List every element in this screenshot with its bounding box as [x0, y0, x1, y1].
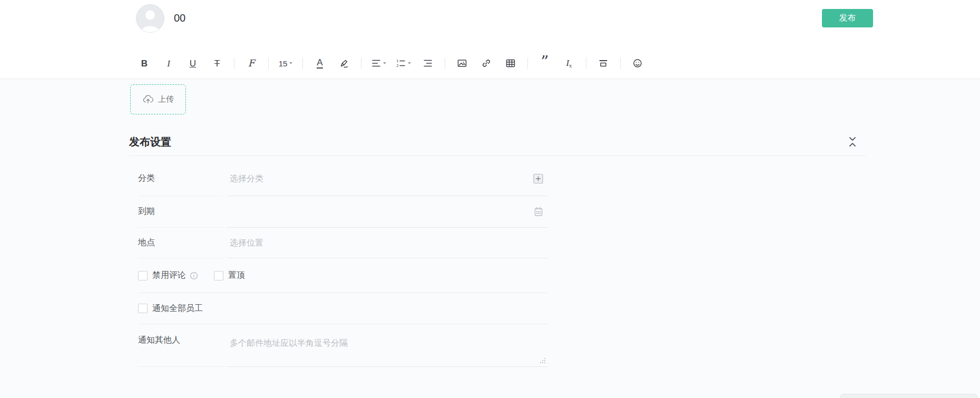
insert-table-icon[interactable] [503, 56, 518, 71]
clear-format-icon[interactable]: Ix [562, 56, 576, 71]
notify-all-checkbox[interactable] [138, 304, 148, 313]
publish-settings-form: 分类 到期 [138, 161, 548, 367]
toolbar-divider [620, 57, 621, 69]
toolbar-divider [361, 57, 361, 69]
disable-comments-group: 禁用评论 [138, 270, 198, 281]
location-label: 地点 [138, 228, 223, 258]
pin-label: 置顶 [228, 270, 245, 281]
upload-label: 上传 [158, 94, 174, 104]
pin-group: 置顶 [214, 270, 245, 281]
disable-comments-checkbox[interactable] [138, 271, 148, 280]
post-title: 00 [174, 12, 185, 24]
publish-button[interactable]: 发布 [822, 9, 873, 27]
ordered-list-dropdown[interactable]: 1 2 [396, 56, 411, 71]
location-row: 地点 [138, 228, 548, 258]
category-input[interactable] [227, 174, 548, 183]
notify-all-group: 通知全部员工 [138, 303, 203, 314]
comment-options-row: 禁用评论 置顶 [138, 258, 548, 293]
post-editor-page: 00 发布 B I U T F 15 A [0, 0, 980, 398]
italic-icon[interactable]: I [161, 56, 176, 71]
toolbar-divider [527, 57, 528, 69]
chevron-down-icon [383, 62, 386, 64]
font-family-icon[interactable]: F [244, 56, 259, 71]
insert-image-icon[interactable] [455, 56, 469, 71]
strikethrough-icon[interactable]: T [210, 56, 224, 71]
notify-others-input[interactable] [227, 324, 548, 366]
calendar-icon[interactable] [533, 206, 544, 218]
collapse-icon[interactable] [848, 134, 857, 149]
category-row: 分类 [138, 161, 548, 196]
publish-settings-title: 发布设置 [129, 135, 171, 149]
pin-checkbox[interactable] [214, 271, 223, 280]
info-icon[interactable] [190, 271, 198, 280]
insert-link-icon[interactable] [479, 56, 494, 71]
corner-widget[interactable] [840, 394, 978, 398]
notify-all-label: 通知全部员工 [152, 303, 203, 314]
toolbar-divider [268, 57, 269, 69]
category-field [227, 161, 548, 196]
upload-button[interactable]: 上传 [130, 84, 186, 114]
toolbar-divider [234, 57, 234, 69]
category-label: 分类 [138, 161, 223, 196]
align-right-icon[interactable] [420, 56, 435, 71]
resize-grip-icon[interactable] [540, 357, 546, 364]
publish-settings-header: 发布设置 [129, 134, 866, 156]
notify-others-label: 通知其他人 [138, 324, 223, 367]
avatar [136, 4, 164, 33]
insert-divider-icon[interactable] [596, 56, 611, 71]
toolbar-divider [302, 57, 303, 69]
expiry-row: 到期 [138, 196, 548, 228]
svg-text:1: 1 [397, 59, 399, 63]
formatting-toolbar: B I U T F 15 A [137, 53, 645, 74]
chevron-down-icon [408, 62, 411, 64]
ordered-list-icon: 1 2 [396, 58, 406, 69]
expiry-field [227, 196, 548, 228]
emoji-icon[interactable] [630, 56, 645, 71]
toolbar-divider [445, 57, 445, 69]
location-field [227, 228, 548, 258]
toolbar-divider [586, 57, 586, 69]
align-left-dropdown[interactable] [371, 56, 386, 71]
expiry-input[interactable] [227, 207, 548, 217]
align-left-icon [371, 58, 381, 69]
underline-icon[interactable]: U [185, 56, 200, 71]
user-placeholder-icon [136, 4, 164, 33]
expiry-label: 到期 [138, 196, 223, 228]
notify-all-row: 通知全部员工 [138, 293, 548, 324]
font-color-icon[interactable]: A [312, 56, 327, 71]
bold-icon[interactable]: B [137, 56, 152, 71]
location-input[interactable] [227, 238, 548, 248]
content-area: 上传 发布设置 分类 [0, 80, 980, 398]
blockquote-icon[interactable]: ” [537, 56, 552, 71]
highlight-pen-icon[interactable] [337, 56, 351, 71]
font-size-value: 15 [279, 59, 288, 68]
svg-text:2: 2 [397, 64, 399, 67]
disable-comments-label: 禁用评论 [152, 270, 186, 281]
cloud-upload-icon [142, 94, 154, 105]
notify-others-field [227, 324, 548, 367]
font-size-dropdown[interactable]: 15 [278, 56, 293, 71]
chevron-down-icon [289, 62, 292, 64]
add-category-icon[interactable] [533, 173, 544, 184]
notify-others-row: 通知其他人 [138, 324, 548, 367]
editor-header: 00 发布 B I U T F 15 A [0, 0, 980, 79]
